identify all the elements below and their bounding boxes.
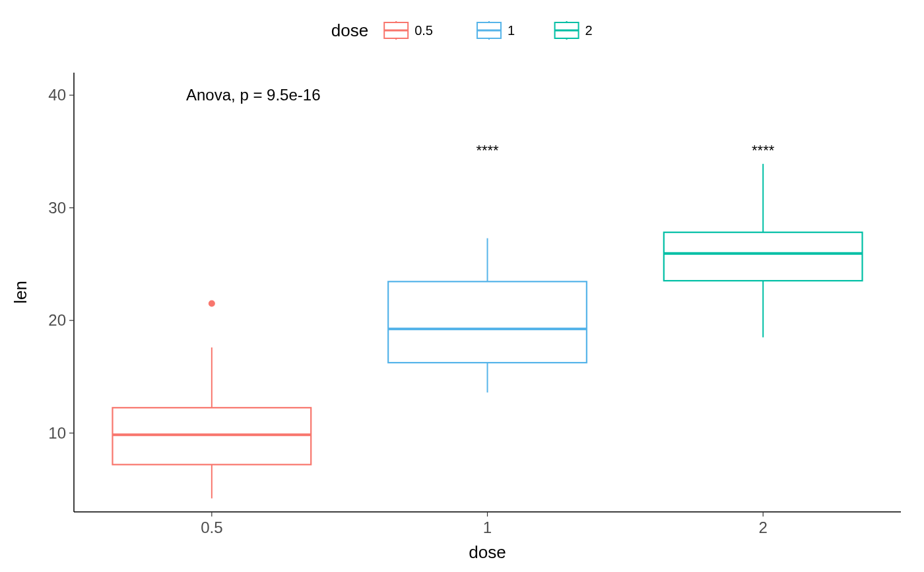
y-axis-title: len [11,281,30,304]
y-tick-label: 20 [48,311,66,329]
legend: dose0.512 [331,20,593,40]
box [112,408,311,464]
legend-title: dose [331,20,368,40]
boxplot-series: **** [664,142,863,337]
box [664,232,863,281]
legend-item-label: 2 [585,23,593,38]
y-tick-label: 40 [48,86,66,104]
x-axis-title: dose [469,542,506,562]
boxplot-series [112,301,311,499]
box [388,281,587,363]
anova-annotation: Anova, p = 9.5e-16 [186,86,320,104]
legend-item-label: 1 [508,23,515,38]
boxplot-chart: dose0.512102030400.512doselenAnova, p = … [0,0,924,572]
significance-label: **** [476,142,499,159]
significance-label: **** [752,142,775,159]
y-tick-label: 30 [48,199,66,217]
legend-item-label: 0.5 [414,23,433,38]
x-tick-label: 0.5 [201,518,222,536]
x-tick-label: 2 [758,518,767,536]
y-tick-label: 10 [48,424,66,442]
x-tick-label: 1 [483,518,492,536]
boxplot-series: **** [388,142,587,392]
outlier-point [209,301,215,307]
